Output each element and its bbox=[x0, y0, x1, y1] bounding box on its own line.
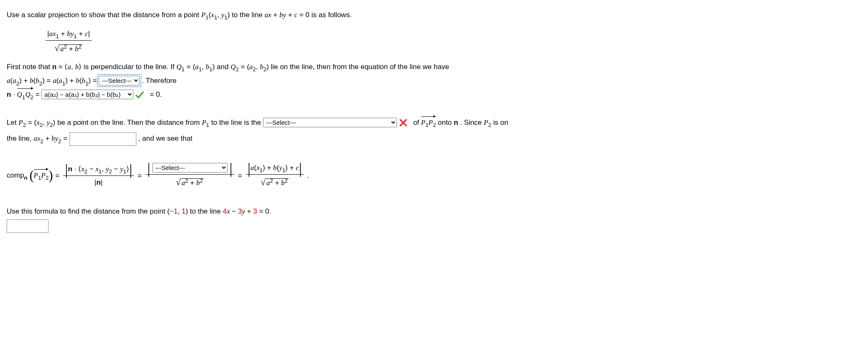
equation-row-b: n · Q1Q2 = a(a₂) − a(a₁) + b(b₂) − b(b₁)… bbox=[7, 89, 861, 100]
explanation-2: Let P2 = (x2, y2) be a point on the line… bbox=[7, 117, 861, 128]
sub1: 1 bbox=[205, 14, 208, 21]
select-4[interactable]: ---Select--- bbox=[152, 163, 228, 173]
select-2[interactable]: a(a₂) − a(a₁) + b(b₂) − b(b₁) bbox=[41, 90, 133, 99]
select-3[interactable]: ---Select--- bbox=[263, 118, 397, 127]
answer-input[interactable] bbox=[7, 219, 49, 233]
text: is as follows. bbox=[311, 11, 351, 19]
text: to the line bbox=[232, 11, 264, 19]
vector-Q1Q2: Q1Q2 bbox=[17, 89, 33, 100]
explanation-1: First note that n = ⟨a, b⟩ is perpendicu… bbox=[7, 61, 861, 72]
equation-row-c: the line, ax2 + by2 = , and we see that bbox=[7, 132, 861, 146]
check-icon bbox=[136, 91, 144, 99]
P1: P bbox=[201, 11, 205, 19]
select-1[interactable]: ---Select--- bbox=[99, 76, 140, 85]
distance-formula: |ax1 + by1 + c| √a2 + b2 bbox=[44, 28, 861, 55]
final-question: Use this formula to find the distance fr… bbox=[7, 206, 861, 217]
text: Use a scalar projection to show that the… bbox=[7, 11, 201, 19]
equation-row-a: a(a2) + b(b2) = a(a1) + b(b1) = ---Selec… bbox=[7, 75, 861, 86]
n-vec: n bbox=[52, 63, 56, 71]
x-icon bbox=[399, 119, 407, 127]
blank-1[interactable] bbox=[69, 132, 136, 146]
comp-equation: compn (P1P2) = |n · ⟨x2 − x1, y2 − y1⟩| … bbox=[7, 162, 861, 189]
problem-statement: Use a scalar projection to show that the… bbox=[7, 9, 861, 21]
vector-P1P2: P1P2 bbox=[421, 117, 436, 128]
